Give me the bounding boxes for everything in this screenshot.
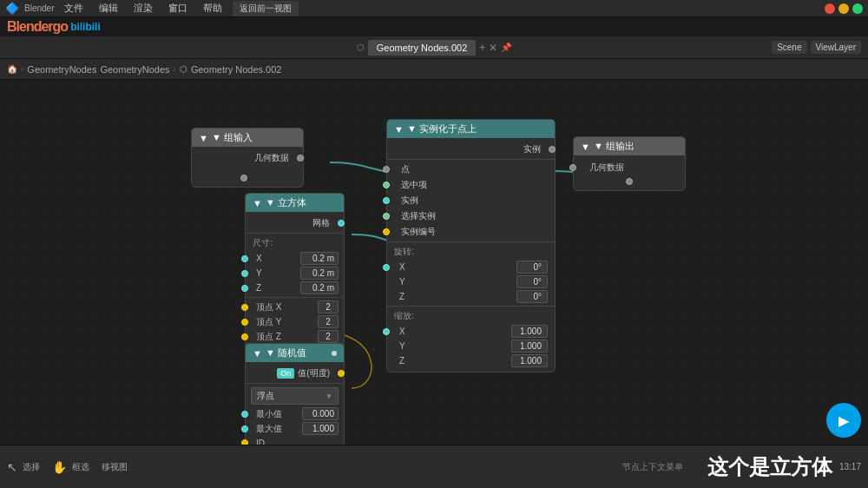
scale-z-row: Z 1.000 — [387, 353, 555, 368]
cube-size-z-value[interactable]: 0.2 m — [300, 281, 339, 294]
status-tools: ↖ 选择 ✋ 框选 移视图 — [7, 460, 128, 474]
instantiate-collapse[interactable]: ▼ — [394, 124, 404, 135]
inst-point-socket[interactable] — [383, 166, 390, 173]
menu-edit[interactable]: 编辑 — [94, 0, 123, 16]
node-instantiate-header[interactable]: ▼ ▼ 实例化于点上 — [387, 120, 555, 138]
menu-render[interactable]: 渲染 — [128, 0, 158, 16]
cube-vert-x-label: 顶点 X — [256, 301, 318, 313]
group-output-geo-socket[interactable] — [569, 164, 576, 171]
random-collapse[interactable]: ▼ — [253, 348, 262, 359]
maximize-button[interactable] — [852, 3, 863, 14]
inst-pick-socket[interactable] — [383, 213, 390, 220]
node-random-header[interactable]: ▼ ▼ 随机值 — [246, 344, 344, 362]
rotation-x-socket[interactable] — [383, 264, 390, 271]
group-output-bottom-socket — [626, 178, 633, 185]
inst-input-instance: 实例 — [387, 193, 555, 208]
scale-x-socket[interactable] — [383, 328, 390, 335]
node-instantiate-body: 实例 点 选中项 实例 选择实例 实例编号 — [387, 138, 555, 372]
node-cube-header[interactable]: ▼ ▼ 立方体 — [246, 194, 344, 212]
group-output-collapse[interactable]: ▼ — [581, 142, 590, 152]
select-label[interactable]: 选择 — [23, 461, 40, 473]
instantiate-title: ▼ 实例化于点上 — [407, 122, 477, 135]
clock: 13:17 — [839, 462, 861, 472]
cube-size-y-socket[interactable] — [241, 270, 248, 277]
cube-collapse[interactable]: ▼ — [253, 198, 262, 208]
canvas-area[interactable]: ▼ ▼ 组输入 几何数据 ▼ ▼ 实例化于点上 实例 — [0, 80, 868, 445]
scale-x-label: X — [399, 326, 511, 336]
tab-add[interactable]: + — [479, 42, 485, 54]
inst-instance-socket[interactable] — [383, 197, 390, 204]
random-min-socket[interactable] — [241, 411, 248, 418]
breadcrumb-item1[interactable]: GeometryNodes — [27, 64, 96, 75]
cube-vert-y-socket[interactable] — [241, 319, 248, 326]
random-max-socket[interactable] — [241, 425, 248, 432]
node-random[interactable]: ▼ ▼ 随机值 On 值(明度) 浮点 ▼ 最小值 — [245, 343, 345, 445]
scale-y-value[interactable]: 1.000 — [511, 340, 548, 353]
node-group-input-header[interactable]: ▼ ▼ 组输入 — [192, 129, 303, 147]
editor-tabs: ⬡ Geometry Nodes.002 + ✕ 📌 Scene ViewLay… — [0, 36, 868, 59]
logo-text: Blendergo — [7, 19, 68, 35]
editor-type-icon: ⬡ — [357, 43, 365, 52]
cube-size-x-label: X — [256, 254, 300, 263]
breadcrumb-geometry-nodes[interactable]: GeometryNodes — [100, 64, 169, 75]
divider2 — [387, 241, 555, 242]
random-output-socket[interactable] — [338, 370, 345, 377]
cube-divider1 — [246, 233, 344, 234]
cube-size-x-value[interactable]: 0.2 m — [300, 252, 339, 265]
status-bar: ↖ 选择 ✋ 框选 移视图 节点上下文菜单 这个是立方体 13:17 — [0, 445, 868, 488]
cube-vert-z-value[interactable]: 2 — [318, 330, 339, 343]
move-label[interactable]: 框选 — [72, 461, 89, 473]
node-cube[interactable]: ▼ ▼ 立方体 网格 尺寸: X 0.2 m Y 0.2 m — [245, 193, 345, 348]
node-group-output-body: 几何数据 — [574, 155, 685, 190]
menu-back[interactable]: 返回前一视图 — [233, 1, 299, 16]
cube-size-y-value[interactable]: 0.2 m — [300, 267, 339, 280]
cube-vert-x-socket[interactable] — [241, 304, 248, 311]
inst-id-socket[interactable] — [383, 228, 390, 235]
cube-vert-x-row: 顶点 X 2 — [246, 300, 344, 314]
random-max-value[interactable]: 1.000 — [302, 422, 339, 435]
random-header-left: ▼ ▼ 随机值 — [253, 346, 306, 359]
scale-x-value[interactable]: 1.000 — [511, 325, 548, 338]
random-type-row[interactable]: 浮点 ▼ — [246, 386, 344, 406]
cube-size-z-row: Z 0.2 m — [246, 280, 344, 295]
node-group-input[interactable]: ▼ ▼ 组输入 几何数据 — [191, 128, 304, 188]
random-type-dropdown[interactable]: 浮点 ▼ — [251, 387, 339, 405]
minimize-button[interactable] — [838, 3, 849, 14]
cube-output-socket[interactable] — [338, 220, 345, 227]
cube-vert-y-value[interactable]: 2 — [318, 315, 339, 328]
group-input-bottom-socket[interactable] — [240, 175, 247, 181]
node-group-output[interactable]: ▼ ▼ 组输出 几何数据 — [573, 136, 686, 191]
bilibili-avatar[interactable]: ▶ — [826, 403, 861, 438]
rotation-y-value[interactable]: 0° — [516, 275, 548, 288]
scale-y-label: Y — [399, 341, 511, 351]
node-instantiate[interactable]: ▼ ▼ 实例化于点上 实例 点 选中项 实例 — [386, 119, 556, 373]
rotation-label: 旋转: — [394, 247, 414, 256]
menu-help[interactable]: 帮助 — [198, 0, 227, 16]
random-min-value[interactable]: 0.000 — [302, 407, 339, 420]
scene-selector[interactable]: Scene — [772, 41, 806, 54]
group-input-geo-socket[interactable] — [297, 155, 304, 162]
cube-divider2 — [246, 297, 344, 298]
cube-size-z-socket[interactable] — [241, 285, 248, 292]
instantiate-output-socket[interactable] — [549, 146, 556, 153]
cube-vert-x-value[interactable]: 2 — [318, 300, 339, 313]
menu-file[interactable]: 文件 — [59, 0, 89, 16]
inst-select-socket[interactable] — [383, 181, 390, 188]
cube-vert-z-socket[interactable] — [241, 333, 248, 340]
menu-window[interactable]: 窗口 — [163, 0, 193, 16]
rotation-z-value[interactable]: 0° — [516, 290, 548, 303]
translate-label[interactable]: 移视图 — [102, 461, 128, 473]
chinese-subtitle: 这个是立方体 — [707, 453, 832, 481]
scale-z-value[interactable]: 1.000 — [511, 354, 548, 367]
close-button[interactable] — [825, 3, 835, 14]
cube-size-x-socket[interactable] — [241, 255, 248, 262]
rotation-x-value[interactable]: 0° — [516, 260, 548, 274]
active-tab[interactable]: Geometry Nodes.002 — [368, 40, 477, 56]
view-layer-selector[interactable]: ViewLayer — [811, 41, 862, 54]
group-input-collapse[interactable]: ▼ — [199, 133, 208, 143]
breadcrumb-item2[interactable]: Geometry Nodes.002 — [191, 64, 282, 75]
tab-close[interactable]: ✕ — [489, 42, 497, 54]
group-input-bottom — [192, 166, 303, 183]
node-group-output-header[interactable]: ▼ ▼ 组输出 — [574, 137, 685, 155]
tab-pin[interactable]: 📌 — [501, 43, 511, 52]
